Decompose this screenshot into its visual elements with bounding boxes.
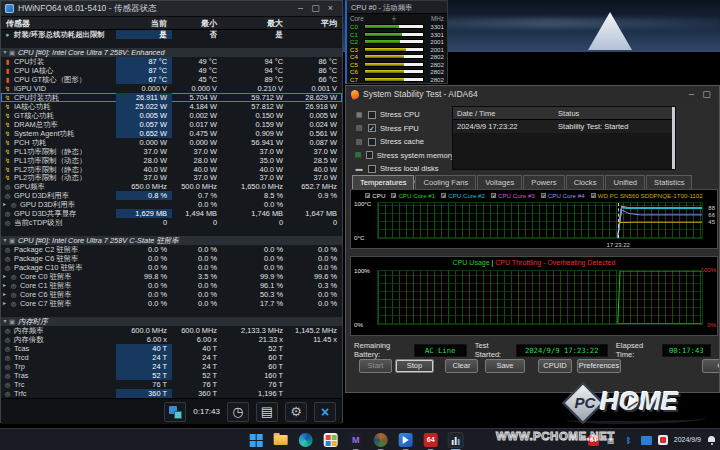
blue-app-icon[interactable]	[398, 432, 414, 448]
sensor-row[interactable]: ↯PL1功率限制（静态）37.0 W37.0 W37.0 W37.0 W	[1, 147, 342, 156]
checkbox[interactable]: ✓	[368, 124, 376, 132]
tab-voltages[interactable]: Voltages	[477, 175, 522, 189]
legend-item[interactable]: ✓CPU Core #4	[541, 192, 585, 199]
sensors-icon[interactable]	[164, 402, 186, 422]
clock-date[interactable]: 2024/9/9	[674, 436, 701, 444]
stress-option[interactable]: ▦Stress CPU	[354, 108, 454, 122]
cpuid-button[interactable]: CPUID	[538, 359, 572, 373]
report-icon[interactable]: ▤	[256, 402, 278, 422]
legend-item[interactable]: ✓CPU Core #3	[491, 192, 535, 199]
start-button-taskbar[interactable]	[248, 432, 264, 448]
sensor-row[interactable]: ↯PL2功率限制（动态）37.0 W37.0 W37.0 W37.0 W	[1, 174, 342, 183]
sensor-row[interactable]: ◎Package C2 驻留率0.0 %0.0 %0.0 %0.0 %	[1, 245, 342, 254]
aida-maximize-icon[interactable]: ▢	[699, 87, 714, 102]
sensor-row[interactable]: ▸◎Core C1 驻留率0.0 %0.0 %96.1 %0.3 %	[1, 281, 342, 290]
close-sensors-icon[interactable]: ×	[314, 402, 336, 422]
clock-icon[interactable]: ◷	[227, 402, 249, 422]
sensor-row[interactable]: ↯PL2功率限制（静态）40.0 W40.0 W40.0 W40.0 W	[1, 165, 342, 174]
sensor-row[interactable]: ↯IA核心功耗25.022 W4.184 W57.812 W26.918 W	[1, 102, 342, 111]
sensor-row[interactable]: ◎内存频率600.0 MHz600.0 MHz2,133.3 MHz1,145.…	[1, 326, 342, 335]
tab-unified[interactable]: Unified	[605, 175, 645, 189]
sensor-row[interactable]: ↯System Agent功耗0.652 W0.475 W0.909 W0.56…	[1, 129, 342, 138]
legend-item[interactable]: ✓CPU	[365, 192, 385, 199]
checkbox[interactable]	[368, 111, 376, 119]
aida64-window: System Stability Test - AIDA64 – ▢ ▦Stre…	[345, 85, 720, 393]
sensor-row[interactable]: ↯PCH 功耗0.000 W0.000 W56.941 W0.087 W	[1, 138, 342, 147]
sensor-row[interactable]: ◎GPU D3D利用率0.8 %0.7 %8.5 %0.9 %	[1, 191, 342, 200]
aida-minimize-icon[interactable]: –	[684, 87, 699, 102]
sensor-row[interactable]: ◎Trcd24 T24 T60 T	[1, 353, 342, 362]
hwinfo-titlebar[interactable]: HWiNFO64 v8.01-5410 - 传感器状态 – ▢ ×	[1, 1, 342, 17]
sensor-row[interactable]: ◎内存倍数6.00 x6.00 x21.33 x11.45 x	[1, 335, 342, 344]
display-tray-icon[interactable]	[641, 436, 652, 445]
preferences-button[interactable]: Preferences	[577, 359, 621, 373]
sensor-row[interactable]: ◎Trfc360 T360 T1,196 T	[1, 389, 342, 398]
sensor-row[interactable]: ▸◎Core C7 驻留率0.0 %0.0 %17.7 %0.0 %	[1, 299, 342, 308]
gear-icon[interactable]: ⚙	[285, 402, 307, 422]
file-explorer-icon[interactable]	[273, 432, 289, 448]
sensor-section-row[interactable]: ▾▣CPU [#0]: Intel Core Ultra 7 258V C-St…	[1, 236, 342, 245]
aida64-titlebar[interactable]: System Stability Test - AIDA64 – ▢	[346, 86, 719, 102]
stop-button[interactable]: Stop	[395, 359, 434, 373]
log-row[interactable]: 2024/9/9 17:23:22 Stability Test: Starte…	[453, 120, 675, 133]
sensor-row[interactable]: ◎Tcas40 T40 T52 T	[1, 344, 342, 353]
sensor-row[interactable]: ◎Trc76 T76 T76 T	[1, 380, 342, 389]
legend-item[interactable]: ✓CPU Core #2	[441, 192, 485, 199]
sensor-row[interactable]: ◎Tras52 T52 T160 T	[1, 371, 342, 380]
start-button[interactable]: Start	[359, 359, 392, 373]
checkbox[interactable]	[368, 138, 376, 146]
save-button[interactable]: Save	[485, 359, 525, 373]
legend-item[interactable]: ✓CPU Core #1	[391, 192, 435, 199]
stress-option[interactable]: ▨Stress cache	[354, 135, 454, 149]
sensor-row[interactable]: ◎Package C6 驻留率0.0 %0.0 %0.0 %0.0 %	[1, 254, 342, 263]
app-64-icon[interactable]: 64	[423, 432, 439, 448]
tab-powers[interactable]: Powers	[523, 175, 564, 189]
tab-statistics[interactable]: Statistics	[646, 175, 692, 189]
sensor-row[interactable]: ↯GT核心功耗0.005 W0.002 W0.150 W0.005 W	[1, 111, 342, 120]
sensor-row[interactable]: ▸◎Core C6 驻留率0.0 %0.0 %50.3 %0.0 %	[1, 290, 342, 299]
log-scrollbar[interactable]	[672, 107, 675, 169]
legend-item[interactable]: ✓WD PC SN560 SDDPNQE-1T00-1102	[591, 192, 703, 199]
sensor-value: 40.0 W	[172, 165, 222, 174]
sensor-row[interactable]: ▮CPU GT核心（图形）67 °C45 °C89 °C66 °C	[1, 75, 342, 84]
sensor-row[interactable]: ▸◎Core C0 驻留率99.8 %3.5 %99.9 %99.6 %	[1, 272, 342, 281]
stability-test-app-icon[interactable]	[448, 432, 464, 448]
maximize-icon[interactable]: ▢	[308, 1, 323, 16]
stress-option[interactable]: ▤Stress system memory	[354, 149, 454, 163]
close-button[interactable]: Close	[702, 359, 720, 373]
sensor-row[interactable]: ↯DRAM总功率0.057 W0.017 W0.159 W0.024 W	[1, 120, 342, 129]
cpu-frequency-titlebar[interactable]: CPU #0 - 活动频率	[347, 1, 447, 14]
red-tray-icon[interactable]	[658, 435, 668, 445]
stress-option[interactable]: ▧✓Stress FPU	[354, 122, 454, 136]
sphere-app-icon[interactable]	[373, 432, 389, 448]
notification-bell-icon[interactable]	[707, 436, 716, 445]
windows-logo-icon	[249, 434, 262, 447]
sensor-row[interactable]: ▸◎GPU D3D利用率0.0 %0.0 %	[1, 200, 342, 209]
edge-browser-icon[interactable]	[298, 432, 314, 448]
clear-button[interactable]: Clear	[445, 359, 478, 373]
stress-option[interactable]: ▬Stress local disks	[354, 162, 454, 176]
sensor-row[interactable]: ↯iGPU VID0.000 V0.000 V0.210 V0.001 V	[1, 84, 342, 93]
checkbox[interactable]	[368, 165, 376, 173]
close-icon[interactable]: ×	[323, 1, 338, 16]
sensor-row[interactable]: ◎GPU D3D共享显存1,629 MB1,494 MB1,746 MB1,64…	[1, 209, 342, 218]
sensor-row[interactable]: ▮CPU封装87 °C49 °C94 °C86 °C	[1, 57, 342, 66]
sensor-section-row[interactable]: ▾▣内存时序	[1, 317, 342, 326]
tab-clocks[interactable]: Clocks	[566, 175, 605, 189]
sensor-row[interactable]: ▮CPU IA核心87 °C49 °C94 °C86 °C	[1, 66, 342, 75]
sensor-row[interactable]: ◎Package C10 驻留率0.0 %0.0 %0.0 %0.0 %	[1, 263, 342, 272]
sensor-row[interactable]: ◎GPU频率650.0 MHz500.0 MHz1,650.0 MHz652.7…	[1, 182, 342, 191]
tab-temperatures[interactable]: Temperatures	[352, 175, 414, 189]
tab-cooling-fans[interactable]: Cooling Fans	[415, 175, 476, 189]
bluetooth-icon[interactable]: ᛒ	[623, 434, 635, 446]
sensor-row[interactable]: ↯CPU封装功耗26.911 W5.704 W59.712 W28.629 W	[1, 93, 342, 102]
minimize-icon[interactable]: –	[293, 1, 308, 16]
sensor-row[interactable]: ↯PL1功率限制（动态）28.0 W28.0 W35.0 W28.5 W	[1, 156, 342, 165]
sensor-row[interactable]: ◎Trp24 T24 T60 T	[1, 362, 342, 371]
checkbox[interactable]	[366, 151, 373, 159]
sensor-row[interactable]: ◎当前cTDP级别0000	[1, 218, 342, 227]
store-icon[interactable]	[323, 432, 339, 448]
sensor-section-row[interactable]: ▾▣CPU [#0]: Intel Core Ultra 7 258V: Enh…	[1, 48, 342, 57]
sensor-row[interactable]: ●封装/环形总线功耗超出限制是否是	[1, 30, 342, 39]
app-m-icon[interactable]: M	[348, 432, 364, 448]
